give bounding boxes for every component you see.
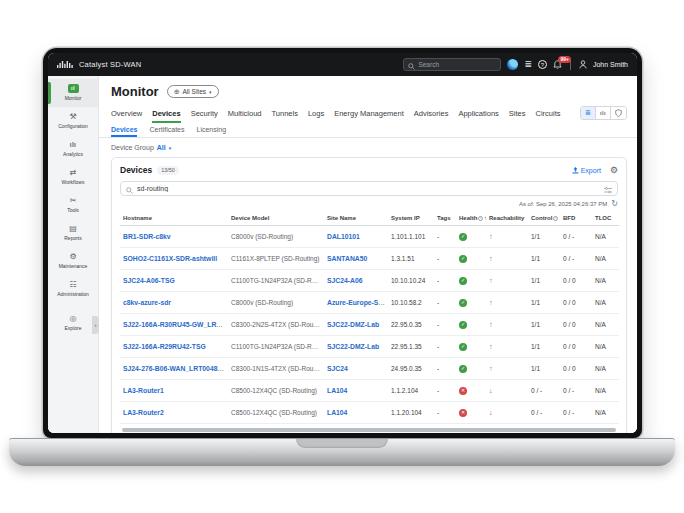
- table-row[interactable]: SJ22-166A-R29RU42-TSG C1100TG-1N24P32A (…: [120, 336, 619, 358]
- chevron-down-icon: ▾: [169, 145, 172, 151]
- sort-ascending-icon[interactable]: ↑: [484, 215, 486, 221]
- horizontal-scrollbar[interactable]: [122, 428, 616, 432]
- table-row[interactable]: LA3-Router1 C8500-12X4QC (SD-Routing) LA…: [120, 380, 619, 402]
- laptop-screen: Catalyst SD-WAN ≣ ? 99+ Jo: [43, 48, 642, 438]
- shield-view-button[interactable]: [611, 107, 626, 119]
- tab[interactable]: Tunnels: [271, 109, 297, 123]
- site-name-link[interactable]: SJC24-A06: [327, 277, 363, 284]
- device-search-input[interactable]: [137, 185, 600, 192]
- device-hostname-link[interactable]: SOHO2-C1161X-SDR-ashtwill: [123, 255, 217, 262]
- device-hostname-link[interactable]: SJ24-276-B06-WAN_LRT0048009: [123, 365, 228, 372]
- help-icon[interactable]: ?: [538, 60, 547, 69]
- system-ip: 1.1.2.104: [388, 380, 434, 402]
- sidebar-item[interactable]: Administration: [48, 275, 98, 303]
- tloc-value: N/A: [592, 314, 619, 336]
- tab[interactable]: Overview: [111, 109, 142, 123]
- site-name-link[interactable]: DAL10101: [327, 233, 360, 240]
- device-hostname-link[interactable]: SJ22-166A-R30RU45-GW_LRTD009726: [123, 321, 228, 328]
- tab[interactable]: Security: [191, 109, 218, 123]
- sidebar-item-label: Analytics: [63, 151, 83, 157]
- col-control[interactable]: Control: [528, 211, 560, 226]
- export-button[interactable]: Export: [572, 167, 601, 174]
- subtab[interactable]: Devices: [111, 126, 137, 137]
- devices-table: Hostname Device Model Site Name System I…: [120, 211, 619, 424]
- device-hostname-link[interactable]: LA3-Router2: [123, 409, 164, 416]
- device-search[interactable]: [120, 181, 618, 196]
- tab[interactable]: Applications: [458, 109, 498, 123]
- site-scope-selector[interactable]: ⊕ All Sites ▾: [167, 85, 219, 98]
- table-row[interactable]: c8kv-azure-sdr C8000v (SD-Routing) Azure…: [120, 292, 619, 314]
- refresh-icon[interactable]: ↻: [611, 200, 618, 208]
- tab[interactable]: Devices: [152, 109, 180, 123]
- tab[interactable]: Multicloud: [228, 109, 262, 123]
- sidebar-item-label: Monitor: [65, 95, 82, 101]
- export-label: Export: [581, 167, 601, 174]
- site-name-link[interactable]: SANTANA50: [327, 255, 367, 262]
- device-hostname-link[interactable]: BR1-SDR-c8kv: [123, 233, 171, 240]
- sidebar: Monitor Configuration Analytics Workflow…: [48, 76, 99, 433]
- sidebar-expand-handle[interactable]: ›: [92, 316, 99, 334]
- device-hostname-link[interactable]: c8kv-azure-sdr: [123, 299, 171, 306]
- col-bfd[interactable]: BFD: [560, 211, 592, 226]
- user-name[interactable]: John Smith: [593, 61, 628, 68]
- table-row[interactable]: SJ22-166A-R30RU45-GW_LRTD009726 C8300-2N…: [120, 314, 619, 336]
- global-search[interactable]: [403, 58, 501, 71]
- sidebar-item[interactable]: Explore: [48, 309, 98, 337]
- reachability-arrow-icon: [489, 386, 493, 395]
- sidebar-item[interactable]: Analytics: [48, 135, 98, 163]
- site-name-link[interactable]: LA104: [327, 387, 347, 394]
- col-device-model[interactable]: Device Model: [228, 211, 324, 226]
- site-name-link[interactable]: LA104: [327, 409, 347, 416]
- subtab[interactable]: Licensing: [196, 126, 226, 137]
- col-health[interactable]: Health↑: [456, 211, 486, 226]
- col-tags[interactable]: Tags: [434, 211, 456, 226]
- laptop-mockup: Catalyst SD-WAN ≣ ? 99+ Jo: [0, 0, 684, 513]
- sidebar-item[interactable]: Monitor: [48, 79, 98, 107]
- task-list-icon[interactable]: ≣: [524, 60, 532, 69]
- col-system-ip[interactable]: System IP: [388, 211, 434, 226]
- table-row[interactable]: LA3-Router2 C8500-12X4QC (SD-Routing) LA…: [120, 402, 619, 424]
- control-count: 1/1: [528, 314, 560, 336]
- gear-icon[interactable]: ⚙: [610, 166, 618, 175]
- list-view-button[interactable]: ≣: [581, 107, 596, 119]
- col-tloc[interactable]: TLOC: [592, 211, 619, 226]
- site-name-link[interactable]: SJC24: [327, 365, 348, 372]
- col-reachability[interactable]: Reachability: [486, 211, 528, 226]
- tab[interactable]: Advisories: [414, 109, 449, 123]
- device-group-value[interactable]: All: [157, 144, 166, 151]
- device-hostname-link[interactable]: SJC24-A06-TSG: [123, 277, 175, 284]
- global-search-input[interactable]: [418, 61, 496, 68]
- sidebar-item[interactable]: Maintenance: [48, 247, 98, 275]
- devices-card: Devices 13/50 Export ⚙: [111, 157, 627, 433]
- sidebar-item[interactable]: Reports: [48, 219, 98, 247]
- filter-icon[interactable]: [604, 180, 612, 198]
- table-row[interactable]: SOHO2-C1161X-SDR-ashtwill C1161X-8PLTEP …: [120, 248, 619, 270]
- col-site-name[interactable]: Site Name: [324, 211, 388, 226]
- sidebar-item[interactable]: Configuration: [48, 107, 98, 135]
- table-row[interactable]: SJ24-276-B06-WAN_LRT0048009 C8300-1N1S-4…: [120, 358, 619, 380]
- device-model: C8500-12X4QC (SD-Routing): [228, 402, 324, 424]
- table-row[interactable]: BR1-SDR-c8kv C8000v (SD-Routing) DAL1010…: [120, 226, 619, 248]
- device-hostname-link[interactable]: LA3-Router1: [123, 387, 164, 394]
- tab[interactable]: Energy Management: [334, 109, 404, 123]
- site-name-link[interactable]: SJC22-DMZ-Lab: [327, 321, 379, 328]
- globe-icon[interactable]: [507, 59, 518, 70]
- system-ip: 1.1.20.104: [388, 402, 434, 424]
- info-icon[interactable]: [553, 216, 558, 221]
- site-name-link[interactable]: Azure-Europe-SDR: [327, 299, 388, 306]
- tab[interactable]: Logs: [308, 109, 324, 123]
- device-hostname-link[interactable]: SJ22-166A-R29RU42-TSG: [123, 343, 206, 350]
- user-avatar-icon[interactable]: [579, 60, 587, 69]
- chart-view-button[interactable]: ılı: [596, 107, 611, 119]
- tab[interactable]: Circuits: [536, 109, 561, 123]
- table-row[interactable]: SJC24-A06-TSG C1100TG-1N24P32A (SD-Routi…: [120, 270, 619, 292]
- subtab[interactable]: Certificates: [149, 126, 184, 137]
- sidebar-item[interactable]: Workflows: [48, 163, 98, 191]
- notifications-bell-icon[interactable]: 99+: [553, 60, 562, 70]
- health-status-icon: [459, 299, 467, 307]
- col-hostname[interactable]: Hostname: [120, 211, 228, 226]
- tab[interactable]: Sites: [509, 109, 526, 123]
- site-name-link[interactable]: SJC22-DMZ-Lab: [327, 343, 379, 350]
- info-icon[interactable]: [478, 216, 483, 221]
- sidebar-item[interactable]: Tools: [48, 191, 98, 219]
